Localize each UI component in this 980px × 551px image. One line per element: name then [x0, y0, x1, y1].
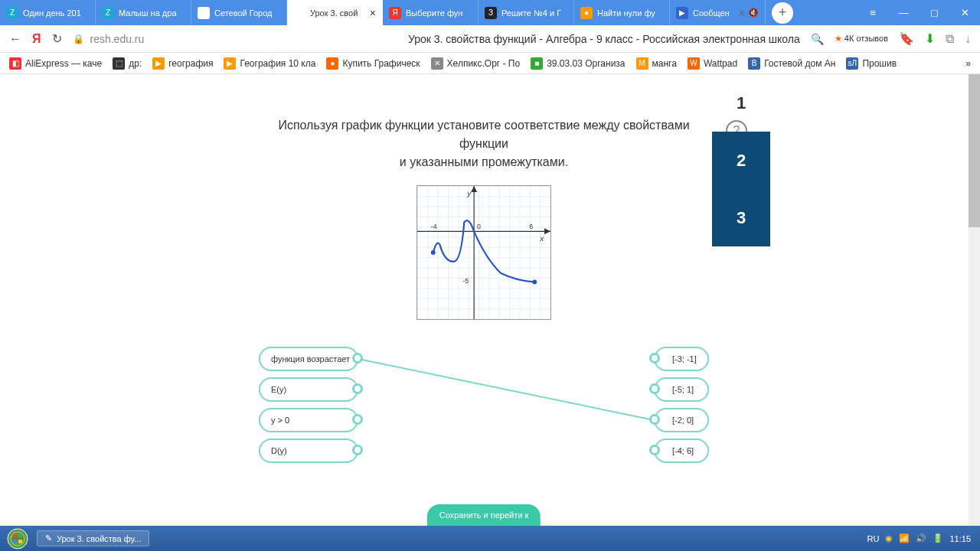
task-icon: ✎	[45, 533, 52, 543]
reviews-badge[interactable]: ★ 4К отзывов	[835, 34, 888, 44]
bookmark-favicon: W	[688, 57, 700, 70]
tab-favicon: ▶	[676, 7, 688, 19]
bookmarks-overflow[interactable]: »	[965, 58, 971, 69]
back-button[interactable]: ←	[9, 32, 21, 46]
connection-port[interactable]	[352, 414, 363, 425]
extensions-icon[interactable]: ⧉	[946, 32, 954, 46]
tab-1[interactable]: ZМалыш на дра	[96, 0, 191, 25]
bookmark-favicon: ◧	[9, 57, 21, 70]
address-bar: ← Я ↻ 🔒 resh.edu.ru Урок 3. свойства фун…	[0, 25, 980, 53]
right-option-1[interactable]: [-5; 1]	[654, 377, 709, 402]
tray-network-icon[interactable]: 📶	[899, 533, 910, 543]
option-label: y > 0	[271, 416, 289, 425]
bookmarks-bar: ◧AliExpress — каче⬚др:▶география▶Географ…	[0, 53, 980, 74]
search-icon[interactable]: 🔍	[811, 33, 824, 45]
option-label: E(y)	[271, 385, 286, 394]
bookmark-7[interactable]: Mманга	[636, 57, 677, 70]
left-option-1[interactable]: E(y)	[259, 377, 358, 402]
connection-port[interactable]	[649, 383, 660, 394]
close-window-button[interactable]: ✕	[949, 0, 980, 25]
bookmark-1[interactable]: ⬚др:	[113, 57, 142, 70]
connection-port[interactable]	[352, 383, 363, 394]
scrollbar[interactable]	[969, 74, 980, 526]
maximize-button[interactable]: ◻	[919, 0, 949, 25]
tab-3[interactable]: ✎Урок 3. свой×	[287, 0, 383, 25]
bookmark-icon[interactable]: 🔖	[899, 31, 914, 46]
tray-lang[interactable]: RU	[867, 534, 880, 543]
tray-volume-icon[interactable]: 🔊	[916, 533, 926, 543]
question-num-1[interactable]: 1	[712, 74, 770, 132]
downloads-icon[interactable]: ↓	[965, 32, 971, 46]
bookmark-favicon: ⬚	[113, 57, 125, 70]
bookmark-5[interactable]: ✕Хелпикс.Орг - По	[431, 57, 521, 70]
tab-label: Выберите фун	[406, 8, 462, 18]
page-title: Урок 3. свойства функций - Алгебра - 9 к…	[408, 33, 800, 45]
bookmark-label: AliExpress — каче	[25, 58, 102, 69]
yandex-button[interactable]: Я	[32, 32, 41, 46]
tab-6[interactable]: ●Найти нули фу	[574, 0, 670, 25]
right-option-2[interactable]: [-2; 0]	[654, 408, 709, 432]
connection-port[interactable]	[352, 445, 363, 455]
taskbar-item[interactable]: ✎ Урок 3. свойства фу...	[37, 530, 149, 546]
new-tab-button[interactable]: +	[772, 2, 793, 24]
svg-rect-16	[13, 534, 17, 538]
reload-button[interactable]: ↻	[52, 31, 62, 46]
download-icon[interactable]: ⬇	[925, 31, 935, 46]
bookmark-9[interactable]: BГостевой дом Ан	[748, 57, 835, 70]
connection-port[interactable]	[649, 445, 660, 455]
function-graph: y x 0 -4 6 -5	[416, 185, 551, 320]
bookmark-favicon: sЛ	[846, 57, 858, 70]
left-option-2[interactable]: y > 0	[259, 408, 358, 432]
tab-2[interactable]: ■Сетевой Город	[191, 0, 287, 25]
tab-close-icon[interactable]: ×	[367, 7, 376, 19]
question-nav: 123	[712, 74, 770, 246]
tab-label: Малыш на дра	[119, 8, 177, 18]
tab-7[interactable]: ▶Сообщен×🔇	[670, 0, 766, 25]
bookmark-favicon: ●	[326, 57, 338, 70]
window-controls: ≡ — ◻ ✕	[858, 0, 980, 25]
connection-port[interactable]	[649, 414, 660, 425]
bookmark-4[interactable]: ●Купить Графическ	[326, 57, 420, 70]
bookmark-0[interactable]: ◧AliExpress — каче	[9, 57, 102, 70]
connection-port[interactable]	[352, 353, 363, 364]
right-option-3[interactable]: [-4; 6]	[654, 439, 709, 463]
bookmark-label: манга	[652, 58, 677, 69]
tab-0[interactable]: ZОдин день 201	[0, 0, 96, 25]
option-label: D(y)	[271, 446, 287, 455]
minimize-button[interactable]: —	[888, 0, 919, 25]
tab-5[interactable]: ЗРешите №4 и Г	[479, 0, 574, 25]
connection-port[interactable]	[649, 353, 660, 364]
left-option-3[interactable]: D(y)	[259, 439, 358, 463]
tray-icon[interactable]: ◉	[885, 533, 893, 543]
tab-label: Урок 3. свой	[310, 8, 358, 18]
right-option-0[interactable]: [-3; -1]	[654, 347, 709, 371]
bookmark-2[interactable]: ▶география	[152, 57, 213, 70]
tab-mute-icon[interactable]: 🔇	[748, 8, 759, 18]
bookmark-10[interactable]: sЛПрошив	[846, 57, 897, 70]
tab-close-icon[interactable]: ×	[736, 7, 745, 19]
tab-label: Сетевой Город	[214, 8, 273, 18]
scroll-thumb[interactable]	[969, 74, 980, 227]
question-num-3[interactable]: 3	[712, 189, 770, 246]
bookmark-3[interactable]: ▶География 10 кла	[224, 57, 315, 70]
tab-4[interactable]: ЯВыберите фун	[383, 0, 479, 25]
url-field[interactable]: 🔒 resh.edu.ru	[73, 33, 397, 45]
bookmark-label: Прошив	[862, 58, 897, 69]
left-option-0[interactable]: функция возрастает	[259, 347, 358, 371]
exercise-card: Используя график функции установите соот…	[198, 74, 770, 526]
tab-favicon: З	[485, 7, 497, 19]
bookmark-6[interactable]: ■39.03.03 Организа	[531, 57, 625, 70]
bookmark-8[interactable]: WWattpad	[688, 57, 737, 70]
question-num-2[interactable]: 2	[712, 132, 770, 189]
svg-text:0: 0	[477, 223, 481, 230]
svg-rect-17	[18, 534, 22, 538]
tray-battery-icon[interactable]: 🔋	[933, 533, 943, 543]
tab-label: Решите №4 и Г	[501, 8, 561, 18]
menu-button[interactable]: ≡	[858, 0, 888, 25]
tray-time[interactable]: 11:15	[949, 534, 971, 543]
tab-favicon: ✎	[293, 7, 305, 19]
svg-point-12	[532, 280, 537, 285]
start-button[interactable]	[3, 528, 32, 549]
option-label: [-4; 6]	[672, 446, 694, 455]
save-button[interactable]: Сохранить и перейти к	[427, 504, 541, 526]
